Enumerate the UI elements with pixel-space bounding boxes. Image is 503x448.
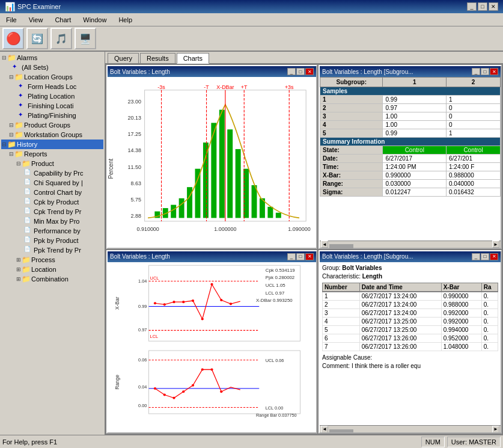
menu-help[interactable]: Help bbox=[115, 15, 136, 25]
comment-text: Comment: I think there is a roller equ bbox=[322, 363, 421, 369]
title-bar-controls[interactable]: _ □ ✕ bbox=[467, 2, 498, 11]
tree-node-plating-fin[interactable]: ✦ Plating/Finishing bbox=[1, 111, 103, 120]
tree-node-product-groups[interactable]: ⊟ 📁 Product Groups bbox=[1, 120, 103, 130]
tree-node-alarms[interactable]: ⊟ 📁 Alarms bbox=[1, 53, 103, 63]
close-button[interactable]: ✕ bbox=[489, 2, 498, 11]
date-v2: 6/27/201 bbox=[447, 155, 501, 163]
toolbar-icon-3: 🎵 bbox=[55, 33, 67, 44]
toolbar-btn-2[interactable]: 🔄 bbox=[26, 28, 48, 49]
toolbar-icon-4: 🖥️ bbox=[79, 33, 91, 44]
scroll-left-btn[interactable]: ◄ bbox=[321, 241, 328, 248]
charts-right-col: Bolt Variables : Length [Subgrou... _ □ … bbox=[319, 65, 502, 434]
star-icon-plating: ✦ bbox=[18, 92, 26, 100]
t1-close-btn[interactable]: ✕ bbox=[490, 68, 498, 75]
svg-text:0.910000: 0.910000 bbox=[137, 226, 159, 232]
doc-icon-ppk: 📄 bbox=[24, 236, 32, 245]
toolbar-btn-1[interactable]: 🔴 bbox=[2, 28, 24, 49]
table-title-1: Bolt Variables : Length [Subgrou... bbox=[322, 69, 413, 75]
tree-node-cpk-product[interactable]: 📄 Cpk by Product bbox=[1, 197, 103, 207]
col-1-header: 1 bbox=[383, 78, 447, 87]
log-controls[interactable]: _ □ ✕ bbox=[472, 253, 498, 260]
expand-icon-location-tree: ⊞ bbox=[16, 266, 22, 272]
log-scroll-thumb[interactable] bbox=[329, 429, 353, 434]
toolbar-btn-4[interactable]: 🖥️ bbox=[75, 28, 96, 49]
tree-label-min-max: Min Max by Pro bbox=[34, 218, 79, 225]
histogram-controls[interactable]: _ □ ✕ bbox=[287, 68, 314, 75]
tree-label-cpk-trend: Cpk Trend by Pr bbox=[34, 208, 81, 215]
cc-minimize-btn[interactable]: _ bbox=[287, 253, 296, 260]
t1-minimize-btn[interactable]: _ bbox=[472, 68, 480, 75]
menu-file[interactable]: File bbox=[2, 15, 20, 25]
toolbar-btn-3[interactable]: 🎵 bbox=[50, 28, 72, 49]
tree-label-form-heads: Form Heads Loc bbox=[28, 83, 76, 90]
tree-node-cpk-trend[interactable]: 📄 Cpk Trend by Pr bbox=[1, 207, 103, 216]
table-1-scrollbar-h[interactable]: ◄ ► bbox=[320, 241, 501, 248]
svg-text:8.63: 8.63 bbox=[131, 180, 141, 186]
svg-rect-19 bbox=[219, 110, 225, 218]
control-chart-controls[interactable]: _ □ ✕ bbox=[287, 253, 314, 260]
tree-node-history[interactable]: ⊟ 📁 History bbox=[1, 140, 103, 149]
tree-node-combination[interactable]: ⊞ 📁 Combination bbox=[1, 274, 103, 284]
t1-maximize-btn[interactable]: □ bbox=[481, 68, 489, 75]
log-close-btn[interactable]: ✕ bbox=[490, 253, 498, 260]
hist-maximize-btn[interactable]: □ bbox=[296, 68, 305, 75]
tree-node-process[interactable]: ⊞ 📁 Process bbox=[1, 255, 103, 265]
log-scrollbar-h[interactable]: ◄ ► bbox=[320, 425, 501, 432]
log-table: Number Date and Time X-Bar Ra 1 06/27/20… bbox=[322, 283, 498, 351]
tab-results[interactable]: Results bbox=[140, 53, 175, 63]
log-minimize-btn[interactable]: _ bbox=[472, 253, 480, 260]
tab-query[interactable]: Query bbox=[108, 53, 139, 63]
xbar-label: X-Bar: bbox=[320, 171, 383, 180]
menu-chart[interactable]: Chart bbox=[51, 15, 75, 25]
time-label: Time: bbox=[320, 163, 383, 171]
tree-node-control-chart[interactable]: 📄 Control Chart by bbox=[1, 188, 103, 197]
sample-4-v2: 0 bbox=[447, 121, 501, 129]
log-char-info: Characteristic: Length bbox=[322, 273, 498, 280]
svg-text:X-DBar: X-DBar bbox=[216, 84, 234, 90]
tree-node-workstation[interactable]: ⊟ 📁 Workstation Groups bbox=[1, 130, 103, 140]
tree-node-chi-squared[interactable]: 📄 Chi Squared by | bbox=[1, 178, 103, 188]
table-1-controls[interactable]: _ □ ✕ bbox=[472, 68, 498, 75]
charts-left-col: Bolt Variables : Length _ □ ✕ Cell Size:… bbox=[106, 65, 317, 434]
maximize-button[interactable]: □ bbox=[478, 2, 487, 11]
tree-node-capability[interactable]: 📄 Capability by Prc bbox=[1, 168, 103, 178]
tree-node-location-groups[interactable]: ⊟ 📁 Location Groups bbox=[1, 72, 103, 82]
cc-maximize-btn[interactable]: □ bbox=[296, 253, 305, 260]
svg-text:-3s: -3s bbox=[157, 84, 165, 90]
star-icon-finishing: ✦ bbox=[18, 102, 26, 110]
log-row-1: 1 06/27/2017 13:24:00 0.990000 0. bbox=[323, 292, 498, 301]
scroll-right-btn[interactable]: ► bbox=[492, 241, 499, 248]
col-2-header: 2 bbox=[447, 78, 501, 87]
log-scroll-right[interactable]: ► bbox=[492, 426, 499, 433]
tab-charts[interactable]: Charts bbox=[177, 53, 209, 64]
svg-point-73 bbox=[154, 387, 156, 389]
hist-minimize-btn[interactable]: _ bbox=[287, 68, 296, 75]
tree-node-all-sets[interactable]: ✦ (All Sets) bbox=[1, 63, 103, 72]
tree-label-workstation: Workstation Groups bbox=[24, 131, 82, 138]
toolbar-icon-2: 🔄 bbox=[31, 33, 43, 44]
tree-node-ppk-trend[interactable]: 📄 Ppk Trend by Pr bbox=[1, 245, 103, 255]
assignable-cause-label: Assignable Cause: bbox=[322, 354, 498, 361]
tree-node-performance[interactable]: 📄 Performance by bbox=[1, 226, 103, 236]
minimize-button[interactable]: _ bbox=[467, 2, 477, 11]
cc-close-btn[interactable]: ✕ bbox=[305, 253, 314, 260]
tree-node-plating[interactable]: ✦ Plating Location bbox=[1, 91, 103, 101]
tree-node-form-heads[interactable]: ✦ Form Heads Loc bbox=[1, 82, 103, 91]
sample-1-v1: 0.99 bbox=[383, 96, 447, 104]
tree-node-product[interactable]: ⊟ 📁 Product bbox=[1, 159, 103, 168]
sample-row-3: 3 1.00 0 bbox=[320, 112, 501, 121]
control-chart-window: Bolt Variables : Length _ □ ✕ bbox=[106, 250, 317, 434]
tree-node-finishing[interactable]: ✦ Finishing Locati bbox=[1, 101, 103, 111]
svg-text:2.88: 2.88 bbox=[131, 213, 141, 219]
hist-close-btn[interactable]: ✕ bbox=[305, 68, 314, 75]
scroll-thumb-h[interactable] bbox=[329, 244, 353, 249]
tree-node-ppk-product[interactable]: 📄 Ppk by Product bbox=[1, 236, 103, 245]
menu-window[interactable]: Window bbox=[79, 15, 110, 25]
menu-view[interactable]: View bbox=[25, 15, 47, 25]
tree-node-location-tree[interactable]: ⊞ 📁 Location bbox=[1, 265, 103, 274]
log-row-5: 5 06/27/2017 13:25:00 0.994000 0. bbox=[323, 325, 498, 334]
tree-node-reports[interactable]: ⊟ 📁 Reports bbox=[1, 149, 103, 159]
log-scroll-left[interactable]: ◄ bbox=[321, 426, 328, 433]
log-maximize-btn[interactable]: □ bbox=[481, 253, 489, 260]
tree-node-min-max[interactable]: 📄 Min Max by Pro bbox=[1, 216, 103, 226]
